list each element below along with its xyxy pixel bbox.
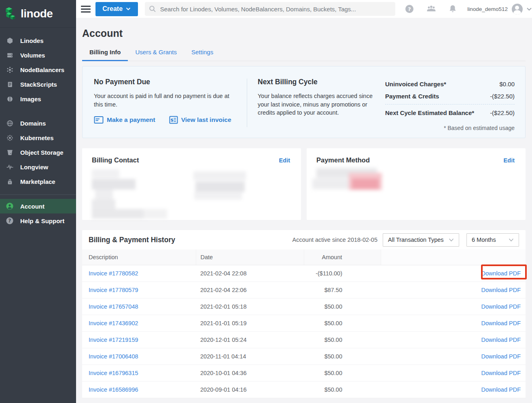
lock-icon: [6, 178, 14, 185]
next-cycle-balance-row: Next Cycle Estimated Balance* -($22.50): [385, 108, 515, 120]
next-billing-cycle-title: Next Billing Cycle: [258, 78, 374, 86]
menu-icon[interactable]: [81, 6, 91, 13]
billing-summary-card: No Payment Due Your account is paid in f…: [82, 66, 526, 138]
chevron-down-icon: [449, 238, 454, 242]
invoice-amount: $50.00: [304, 365, 381, 381]
sidebar-item-label: StackScripts: [20, 81, 57, 88]
invoice-amount: $50.00: [304, 348, 381, 365]
download-pdf-link[interactable]: Download PDF: [481, 270, 521, 277]
chevron-down-icon: [526, 7, 532, 11]
invoice-link[interactable]: Invoice #17219159: [89, 337, 138, 343]
chevron-down-icon: [126, 7, 131, 11]
sidebar-item-label: Linodes: [20, 37, 44, 44]
make-a-payment-link[interactable]: Make a payment: [94, 116, 155, 124]
sidebar-item-linodes[interactable]: Linodes: [0, 33, 76, 48]
tab-bar: Billing Info Users & Grants Settings: [82, 45, 526, 61]
download-pdf-link[interactable]: Download PDF: [481, 353, 521, 360]
nodebalancer-icon: [6, 66, 14, 73]
invoice-link[interactable]: Invoice #16796315: [89, 370, 138, 376]
invoice-link[interactable]: Invoice #17436902: [89, 320, 138, 326]
download-pdf-link[interactable]: Download PDF: [481, 303, 521, 310]
invoice-amount: -($110.00): [304, 265, 381, 281]
invoice-date: 2020-11-01 04:14: [196, 348, 304, 365]
invoice-date: 2021-02-01 05:18: [196, 298, 304, 315]
account-icon: [6, 203, 14, 210]
tab-settings[interactable]: Settings: [184, 45, 220, 61]
invoice-link[interactable]: Invoice #17657048: [89, 303, 138, 310]
sidebar-item-object-storage[interactable]: Object Storage: [0, 145, 76, 160]
column-header-amount: Amount: [304, 249, 381, 265]
view-last-invoice-label: View last invoice: [181, 116, 231, 124]
sidebar-item-label: Object Storage: [20, 149, 64, 156]
table-row: Invoice #16796315 2020-10-01 04:36 $50.0…: [82, 365, 526, 381]
page-title: Account: [82, 28, 526, 39]
charge-label: Uninvoiced Charges*: [385, 81, 446, 87]
tab-billing-info[interactable]: Billing Info: [82, 45, 128, 61]
user-menu[interactable]: linode_demo512: [467, 4, 532, 15]
sidebar-item-label: Longview: [20, 164, 48, 171]
time-range-select[interactable]: 6 Months: [466, 233, 519, 247]
volumes-icon: [6, 51, 14, 59]
no-payment-due-title: No Payment Due: [94, 78, 236, 86]
sidebar-item-label: Account: [20, 203, 45, 210]
account-active-since: Account active since 2018-02-05: [292, 237, 377, 243]
search-bar[interactable]: [145, 2, 395, 16]
sidebar-item-longview[interactable]: Longview: [0, 160, 76, 174]
linode-logo-icon: [6, 7, 17, 20]
download-pdf-link[interactable]: Download PDF: [481, 337, 521, 343]
sidebar-item-label: Help & Support: [20, 217, 64, 224]
invoice-amount: $87.50: [304, 281, 381, 298]
create-button[interactable]: Create: [95, 2, 138, 16]
column-header-date: Date: [196, 249, 304, 265]
tab-users-grants[interactable]: Users & Grants: [128, 45, 184, 61]
images-icon: [6, 95, 14, 102]
column-header-description: Description: [82, 249, 196, 265]
stackscripts-icon: [6, 81, 14, 88]
table-row: Invoice #17780582 2021-02-04 22:08 -($11…: [82, 265, 526, 281]
sidebar-item-images[interactable]: Images: [0, 92, 76, 106]
invoice-link[interactable]: Invoice #17006408: [89, 353, 138, 360]
invoice-icon: $: [169, 116, 178, 124]
avatar: [512, 4, 523, 15]
sidebar-item-kubernetes[interactable]: Kubernetes: [0, 130, 76, 145]
transaction-type-select[interactable]: All Transaction Types: [383, 233, 459, 247]
linode-logo[interactable]: linode: [0, 0, 76, 28]
sidebar-item-account[interactable]: Account: [0, 199, 76, 213]
view-last-invoice-link[interactable]: $ View last invoice: [169, 116, 231, 124]
community-icon[interactable]: [426, 5, 437, 13]
sidebar-item-help-support[interactable]: ? Help & Support: [0, 213, 76, 228]
next-billing-cycle-body: Your balance reflects charges accrued si…: [258, 92, 374, 117]
help-icon[interactable]: ?: [405, 4, 414, 13]
estimated-usage-footnote: * Based on estimated usage: [385, 125, 515, 131]
notifications-icon[interactable]: [449, 4, 457, 13]
billing-contact-card: Billing Contact Edit: [82, 148, 301, 220]
sidebar-item-nodebalancers[interactable]: NodeBalancers: [0, 62, 76, 77]
sidebar-item-marketplace[interactable]: Marketplace: [0, 174, 76, 189]
transaction-type-value: All Transaction Types: [388, 237, 444, 243]
download-pdf-link[interactable]: Download PDF: [481, 386, 521, 393]
svg-text:?: ?: [8, 218, 11, 224]
sidebar-item-domains[interactable]: Domains: [0, 116, 76, 130]
sidebar-item-stackscripts[interactable]: StackScripts: [0, 77, 76, 92]
sidebar-item-volumes[interactable]: Volumes: [0, 48, 76, 62]
sidebar-divider: [0, 194, 76, 195]
invoice-link[interactable]: Invoice #16586996: [89, 386, 138, 393]
charge-label: Next Cycle Estimated Balance*: [385, 109, 474, 116]
download-pdf-link[interactable]: Download PDF: [481, 370, 521, 376]
sidebar-item-label: NodeBalancers: [20, 66, 64, 73]
search-input[interactable]: [160, 6, 391, 13]
kubernetes-icon: [6, 134, 14, 141]
invoice-amount: $50.00: [304, 331, 381, 348]
bucket-icon: [6, 149, 14, 156]
invoice-link[interactable]: Invoice #17780582: [89, 270, 138, 277]
billing-history-panel: Billing & Payment History Account active…: [82, 230, 526, 398]
invoice-link[interactable]: Invoice #17780579: [89, 287, 138, 293]
invoice-date: 2021-02-04 22:06: [196, 281, 304, 298]
download-pdf-link[interactable]: Download PDF: [481, 287, 521, 293]
sidebar-item-label: Kubernetes: [20, 134, 54, 141]
chevron-down-icon: [509, 238, 514, 242]
download-pdf-link[interactable]: Download PDF: [481, 320, 521, 326]
sidebar-item-label: Domains: [20, 120, 46, 127]
sidebar: linode Linodes Volumes NodeBalancers Sta…: [0, 0, 76, 403]
invoice-amount: $50.00: [304, 315, 381, 331]
